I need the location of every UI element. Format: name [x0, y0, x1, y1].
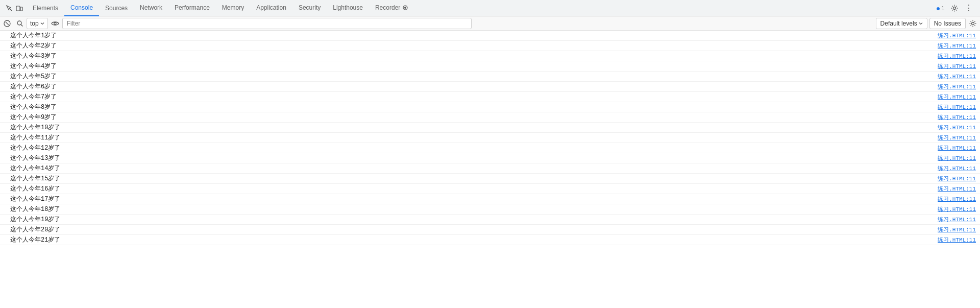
console-row-text: 这个人今年3岁了	[2, 52, 938, 60]
console-row: 这个人今年10岁了练习.HTML:11	[0, 123, 980, 133]
console-row: 这个人今年19岁了练习.HTML:11	[0, 215, 980, 225]
console-row-text: 这个人今年2岁了	[2, 41, 938, 50]
console-row-source[interactable]: 练习.HTML:11	[938, 124, 980, 131]
dot-badge[interactable]: ● 1	[934, 2, 946, 14]
console-row: 这个人今年14岁了练习.HTML:11	[0, 163, 980, 174]
console-row: 这个人今年7岁了练习.HTML:11	[0, 92, 980, 102]
console-row-text: 这个人今年1岁了	[2, 31, 938, 40]
console-row-source[interactable]: 练习.HTML:11	[938, 103, 980, 111]
tab-bar: Elements Console Sources Network Perform…	[0, 0, 980, 16]
tab-application[interactable]: Application	[250, 0, 292, 16]
svg-rect-2	[20, 7, 22, 11]
more-button[interactable]: ⋮	[963, 2, 975, 14]
console-row-source[interactable]: 练习.HTML:11	[938, 93, 980, 101]
console-row-text: 这个人今年9岁了	[2, 113, 938, 122]
console-row: 这个人今年11岁了练习.HTML:11	[0, 133, 980, 143]
toolbar: top Default levels No Issues	[0, 16, 980, 31]
console-row-source[interactable]: 练习.HTML:11	[938, 32, 980, 39]
tab-left-icons	[2, 4, 27, 12]
console-row-text: 这个人今年16岁了	[2, 184, 938, 193]
no-issues-button[interactable]: No Issues	[929, 18, 966, 29]
tab-lighthouse[interactable]: Lighthouse	[327, 0, 369, 16]
console-row: 这个人今年12岁了练习.HTML:11	[0, 143, 980, 153]
console-row-source[interactable]: 练习.HTML:11	[938, 62, 980, 70]
console-row-source[interactable]: 练习.HTML:11	[938, 236, 980, 244]
default-levels-button[interactable]: Default levels	[876, 18, 927, 29]
tab-network[interactable]: Network	[134, 0, 168, 16]
recorder-icon	[402, 5, 408, 11]
eye-icon[interactable]	[50, 18, 60, 29]
console-row-text: 这个人今年11岁了	[2, 133, 938, 142]
console-output: 这个人今年1岁了练习.HTML:11这个人今年2岁了练习.HTML:11这个人今…	[0, 31, 980, 308]
tab-memory[interactable]: Memory	[216, 0, 250, 16]
console-row: 这个人今年3岁了练习.HTML:11	[0, 51, 980, 61]
console-row-text: 这个人今年5岁了	[2, 72, 938, 81]
tab-elements[interactable]: Elements	[27, 0, 64, 16]
console-row: 这个人今年5岁了练习.HTML:11	[0, 72, 980, 82]
console-row-source[interactable]: 练习.HTML:11	[938, 73, 980, 80]
context-selector[interactable]: top	[27, 18, 48, 29]
svg-point-5	[953, 7, 956, 9]
console-row-source[interactable]: 练习.HTML:11	[938, 195, 980, 203]
console-row-text: 这个人今年14岁了	[2, 164, 938, 173]
console-row: 这个人今年20岁了练习.HTML:11	[0, 225, 980, 235]
console-row-text: 这个人今年6岁了	[2, 82, 938, 91]
tab-console[interactable]: Console	[64, 0, 99, 16]
console-row-source[interactable]: 练习.HTML:11	[938, 185, 980, 193]
console-row-text: 这个人今年8岁了	[2, 103, 938, 111]
console-row-source[interactable]: 练习.HTML:11	[938, 175, 980, 182]
tab-performance[interactable]: Performance	[168, 0, 216, 16]
console-row-source[interactable]: 练习.HTML:11	[938, 164, 980, 172]
console-row: 这个人今年1岁了练习.HTML:11	[0, 31, 980, 41]
svg-line-7	[6, 22, 9, 25]
console-row-text: 这个人今年13岁了	[2, 154, 938, 162]
console-row-text: 这个人今年10岁了	[2, 123, 938, 132]
console-row: 这个人今年16岁了练习.HTML:11	[0, 184, 980, 194]
svg-point-10	[54, 22, 56, 25]
console-row-source[interactable]: 练习.HTML:11	[938, 52, 980, 60]
settings-button[interactable]	[948, 2, 961, 14]
console-row-source[interactable]: 练习.HTML:11	[938, 154, 980, 162]
console-row-source[interactable]: 练习.HTML:11	[938, 226, 980, 233]
console-row-text: 这个人今年12岁了	[2, 144, 938, 152]
console-settings-button[interactable]	[968, 18, 978, 29]
console-row-source[interactable]: 练习.HTML:11	[938, 205, 980, 213]
console-row-text: 这个人今年7岁了	[2, 92, 938, 101]
console-row-text: 这个人今年18岁了	[2, 205, 938, 214]
svg-point-4	[404, 7, 406, 9]
svg-rect-1	[16, 6, 20, 11]
console-row-source[interactable]: 练习.HTML:11	[938, 216, 980, 223]
console-row-text: 这个人今年20岁了	[2, 225, 938, 234]
console-row: 这个人今年13岁了练习.HTML:11	[0, 153, 980, 163]
console-row-text: 这个人今年15岁了	[2, 174, 938, 183]
chevron-down-icon	[919, 21, 923, 26]
console-row-text: 这个人今年21岁了	[2, 235, 938, 244]
tab-security[interactable]: Security	[292, 0, 327, 16]
console-row: 这个人今年8岁了练习.HTML:11	[0, 102, 980, 112]
console-row-source[interactable]: 练习.HTML:11	[938, 83, 980, 90]
console-row-text: 这个人今年4岁了	[2, 62, 938, 70]
console-row-source[interactable]: 练习.HTML:11	[938, 134, 980, 141]
filter-icon[interactable]	[14, 18, 24, 29]
device-toggle-icon[interactable]	[15, 4, 23, 12]
tab-sources[interactable]: Sources	[99, 0, 134, 16]
console-row: 这个人今年4岁了练习.HTML:11	[0, 61, 980, 72]
svg-line-9	[21, 25, 22, 26]
console-row: 这个人今年9岁了练习.HTML:11	[0, 112, 980, 123]
console-row-source[interactable]: 练习.HTML:11	[938, 144, 980, 152]
console-row: 这个人今年2岁了练习.HTML:11	[0, 41, 980, 51]
console-row-source[interactable]: 练习.HTML:11	[938, 113, 980, 121]
console-row: 这个人今年21岁了练习.HTML:11	[0, 235, 980, 245]
tab-right-icons: ● 1 ⋮	[931, 2, 978, 14]
clear-console-button[interactable]	[2, 18, 12, 29]
console-row-source[interactable]: 练习.HTML:11	[938, 42, 980, 50]
console-row: 这个人今年15岁了练习.HTML:11	[0, 174, 980, 184]
filter-input[interactable]	[62, 18, 472, 29]
console-row: 这个人今年6岁了练习.HTML:11	[0, 82, 980, 92]
console-row-text: 这个人今年17岁了	[2, 195, 938, 203]
console-row: 这个人今年18岁了练习.HTML:11	[0, 204, 980, 215]
svg-point-11	[972, 22, 974, 25]
inspect-icon[interactable]	[5, 4, 13, 12]
tab-recorder[interactable]: Recorder	[369, 0, 414, 16]
console-row: 这个人今年17岁了练习.HTML:11	[0, 194, 980, 204]
